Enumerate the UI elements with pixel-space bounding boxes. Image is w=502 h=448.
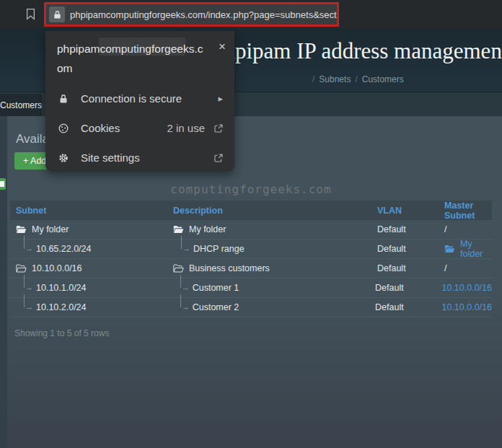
folder-icon bbox=[173, 225, 184, 234]
description-text: Business customers bbox=[189, 263, 270, 273]
tree-branch-icon: → bbox=[180, 243, 190, 255]
rows-summary: Showing 1 to 5 of 5 rows bbox=[14, 328, 109, 338]
vlan-value: Default bbox=[369, 283, 436, 293]
master-subnet-link[interactable]: 10.10.0.0/16 bbox=[441, 302, 492, 312]
master-subnet-link[interactable]: My folder bbox=[460, 239, 492, 259]
description-text: Customer 1 bbox=[193, 283, 239, 293]
gear-icon bbox=[57, 153, 69, 163]
table-row[interactable]: 10.10.0.0/16 Business customers Default … bbox=[10, 259, 492, 278]
col-vlan[interactable]: VLAN bbox=[371, 206, 439, 216]
master-subnet-value: / bbox=[439, 263, 492, 273]
popup-site-title: phpipamcomputingforgeeks.com bbox=[57, 39, 207, 78]
description-text: Customer 2 bbox=[193, 302, 239, 312]
folder-open-icon bbox=[16, 264, 27, 273]
external-link-icon bbox=[214, 124, 223, 133]
bookmark-icon[interactable] bbox=[26, 8, 35, 23]
address-bar[interactable]: phpipamcomputingforgeeks.com/index.php?p… bbox=[44, 2, 339, 27]
table-row[interactable]: → 10.10.2.0/24 → Customer 2 Default 10.1… bbox=[10, 298, 492, 317]
cookies-in-use-count: 2 in use bbox=[167, 122, 205, 134]
description-text: DHCP range bbox=[193, 244, 245, 254]
chevron-right-icon: ▸ bbox=[218, 93, 223, 104]
lock-icon[interactable] bbox=[49, 6, 65, 22]
menu-item-label: Cookies bbox=[81, 122, 120, 134]
table-row[interactable]: My folder My folder Default / bbox=[10, 220, 492, 240]
master-subnet-link[interactable]: 10.10.0.0/16 bbox=[441, 283, 492, 293]
col-subnet[interactable]: Subnet bbox=[10, 206, 167, 216]
table-header-row: Subnet Description VLAN Master Subnet bbox=[10, 201, 492, 220]
breadcrumb: / Subnets / Customers bbox=[312, 74, 404, 84]
table-row[interactable]: → 10.10.1.0/24 → Customer 1 Default 10.1… bbox=[10, 278, 492, 298]
menu-item-connection-secure[interactable]: Connection is secure ▸ bbox=[45, 84, 234, 113]
folder-icon bbox=[16, 225, 27, 234]
tree-branch-icon: → bbox=[23, 243, 32, 255]
vlan-value: Default bbox=[371, 263, 439, 273]
breadcrumb-subnets[interactable]: Subnets bbox=[319, 74, 351, 84]
subnet-link[interactable]: My folder bbox=[32, 224, 69, 234]
cookie-icon bbox=[57, 123, 69, 133]
vlan-value: Default bbox=[371, 224, 439, 234]
screenshot: phpipamcomputingforgeeks.com/index.php?p… bbox=[0, 0, 502, 448]
lock-icon bbox=[57, 94, 69, 104]
popup-menu: Connection is secure ▸ Cookies 2 in use bbox=[45, 84, 234, 172]
menu-item-cookies[interactable]: Cookies 2 in use bbox=[45, 113, 234, 143]
vlan-value: Default bbox=[369, 302, 436, 312]
menu-item-label: Site settings bbox=[81, 151, 140, 164]
folder-open-icon bbox=[173, 264, 184, 273]
subnet-link[interactable]: 10.10.1.0/24 bbox=[36, 283, 87, 293]
site-info-popup: phpipamcomputingforgeeks.com × Connectio… bbox=[45, 31, 234, 172]
close-icon[interactable]: × bbox=[219, 39, 226, 53]
tree-branch-icon: → bbox=[23, 302, 32, 313]
col-description[interactable]: Description bbox=[167, 206, 371, 216]
vlan-value: Default bbox=[371, 244, 439, 254]
tree-branch-icon: → bbox=[23, 282, 32, 294]
left-gutter bbox=[0, 116, 7, 448]
external-link-icon bbox=[214, 154, 223, 162]
tab-customers[interactable]: Customers bbox=[0, 94, 42, 116]
subnets-table: Subnet Description VLAN Master Subnet My… bbox=[10, 201, 492, 317]
tree-branch-icon: → bbox=[180, 282, 189, 294]
page-title: phpipam IP address management bbox=[213, 38, 502, 64]
table-row[interactable]: → 10.65.22.0/24 → DHCP range Default My … bbox=[10, 240, 492, 259]
subnet-link[interactable]: 10.65.22.0/24 bbox=[36, 244, 91, 254]
menu-item-site-settings[interactable]: Site settings bbox=[45, 143, 234, 172]
url-text[interactable]: phpipamcomputingforgeeks.com/index.php?p… bbox=[70, 9, 337, 20]
browser-toolbar: phpipamcomputingforgeeks.com/index.php?p… bbox=[0, 0, 502, 29]
description-text: My folder bbox=[189, 224, 226, 234]
breadcrumb-separator: / bbox=[355, 74, 357, 84]
subnet-link[interactable]: 10.10.2.0/24 bbox=[36, 302, 87, 312]
menu-item-label: Connection is secure bbox=[81, 92, 182, 105]
master-subnet-value: / bbox=[439, 224, 492, 234]
col-master-subnet[interactable]: Master Subnet bbox=[439, 201, 492, 221]
breadcrumb-customers[interactable]: Customers bbox=[362, 74, 404, 84]
tree-branch-icon: → bbox=[180, 302, 189, 313]
watermark-text: computingforgeeks.com bbox=[0, 183, 502, 196]
subnet-link[interactable]: 10.10.0.0/16 bbox=[32, 263, 82, 273]
breadcrumb-separator: / bbox=[312, 74, 314, 84]
folder-icon bbox=[444, 245, 455, 253]
